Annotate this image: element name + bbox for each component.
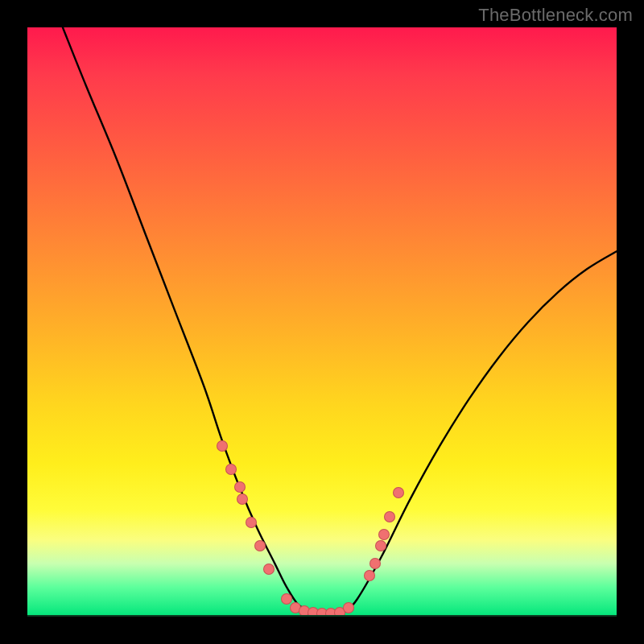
chart-frame: TheBottleneck.com bbox=[0, 0, 644, 644]
bottleneck-curve bbox=[63, 27, 617, 617]
data-marker bbox=[281, 593, 292, 605]
data-marker bbox=[234, 481, 246, 493]
curve-layer bbox=[27, 27, 617, 617]
data-marker bbox=[369, 558, 381, 569]
data-marker bbox=[246, 517, 257, 528]
data-marker bbox=[384, 511, 395, 522]
watermark-text: TheBottleneck.com bbox=[478, 5, 633, 26]
plot-area bbox=[27, 27, 617, 617]
data-marker bbox=[378, 529, 390, 540]
data-marker bbox=[364, 570, 375, 581]
data-marker bbox=[217, 440, 228, 452]
data-marker bbox=[225, 464, 237, 475]
baseline bbox=[27, 615, 617, 617]
data-marker bbox=[343, 602, 354, 613]
data-marker bbox=[237, 493, 248, 505]
